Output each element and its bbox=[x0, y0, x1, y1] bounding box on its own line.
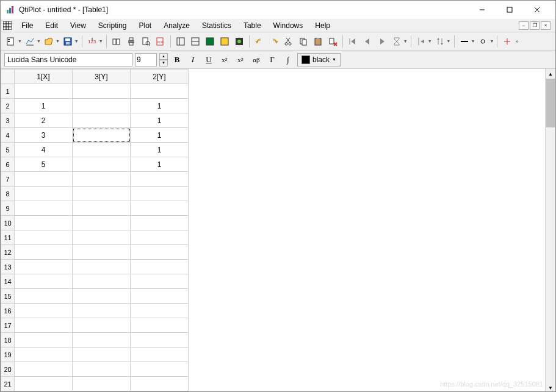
data-cell[interactable] bbox=[73, 113, 131, 128]
data-cell[interactable] bbox=[15, 201, 73, 216]
row-header[interactable]: 20 bbox=[1, 362, 15, 377]
menu-statistics[interactable]: Statistics bbox=[196, 20, 237, 31]
console-button[interactable] bbox=[218, 35, 231, 48]
data-cell[interactable] bbox=[73, 128, 131, 143]
swap-columns-button[interactable] bbox=[433, 35, 447, 48]
data-cell[interactable] bbox=[73, 362, 131, 377]
data-cell[interactable] bbox=[15, 260, 73, 274]
data-cell[interactable] bbox=[73, 143, 131, 157]
data-cell[interactable] bbox=[73, 216, 131, 230]
data-cell[interactable] bbox=[131, 304, 189, 318]
explorer-button[interactable] bbox=[174, 35, 187, 48]
data-cell[interactable] bbox=[15, 333, 73, 347]
prev-row-button[interactable] bbox=[361, 35, 374, 48]
row-header[interactable]: 3 bbox=[1, 113, 15, 128]
data-cell[interactable] bbox=[15, 245, 73, 260]
integral-button[interactable]: ∫ bbox=[281, 53, 295, 66]
data-cell[interactable] bbox=[73, 289, 131, 304]
data-cell[interactable] bbox=[15, 172, 73, 187]
data-cell[interactable]: 1 bbox=[131, 128, 189, 143]
add-col-dropdown-icon[interactable]: ▼ bbox=[99, 39, 103, 43]
data-cell[interactable] bbox=[131, 84, 189, 99]
column-header[interactable]: 3[Y] bbox=[73, 69, 131, 84]
data-cell[interactable] bbox=[15, 377, 73, 391]
row-header[interactable]: 19 bbox=[1, 347, 15, 362]
data-cell[interactable] bbox=[15, 84, 73, 99]
line-style-button[interactable] bbox=[458, 35, 471, 48]
move-dropdown-icon[interactable]: ▼ bbox=[428, 39, 432, 43]
data-cell[interactable] bbox=[131, 362, 189, 377]
size-up-button[interactable]: ▲ bbox=[159, 53, 168, 60]
print-button[interactable] bbox=[125, 35, 138, 48]
new-project-button[interactable] bbox=[4, 35, 18, 48]
row-header[interactable]: 11 bbox=[1, 230, 15, 245]
open-dropdown-icon[interactable]: ▼ bbox=[56, 39, 60, 43]
data-cell[interactable] bbox=[131, 172, 189, 187]
notes-button[interactable] bbox=[233, 35, 246, 48]
data-cell[interactable]: 4 bbox=[15, 143, 73, 157]
first-row-button[interactable] bbox=[346, 35, 359, 48]
corner-cell[interactable] bbox=[1, 69, 15, 84]
menu-windows[interactable]: Windows bbox=[267, 20, 309, 31]
row-header[interactable]: 4 bbox=[1, 128, 15, 143]
data-cell[interactable] bbox=[131, 216, 189, 230]
text-color-button[interactable]: black ▼ bbox=[297, 53, 341, 66]
data-cell[interactable] bbox=[73, 157, 131, 172]
row-header[interactable]: 1 bbox=[1, 84, 15, 99]
maximize-button[interactable] bbox=[496, 1, 523, 18]
data-cell[interactable] bbox=[15, 304, 73, 318]
data-cell[interactable] bbox=[73, 99, 131, 113]
save-dropdown-icon[interactable]: ▼ bbox=[74, 39, 79, 43]
data-cell[interactable] bbox=[131, 347, 189, 362]
swap-dropdown-icon[interactable]: ▼ bbox=[447, 39, 451, 43]
row-header[interactable]: 7 bbox=[1, 172, 15, 187]
symbol-button[interactable] bbox=[476, 35, 489, 48]
data-cell[interactable] bbox=[15, 216, 73, 230]
line-dropdown-icon[interactable]: ▼ bbox=[471, 39, 475, 43]
data-cell[interactable]: 2 bbox=[15, 113, 73, 128]
superscript-button[interactable]: x2 bbox=[218, 53, 231, 66]
data-cell[interactable] bbox=[131, 318, 189, 333]
cut-button[interactable] bbox=[282, 35, 295, 48]
subscript-button[interactable]: x2 bbox=[234, 53, 247, 66]
data-cell[interactable] bbox=[73, 172, 131, 187]
data-cell[interactable] bbox=[15, 362, 73, 377]
data-cell[interactable] bbox=[15, 289, 73, 304]
data-cell[interactable]: 1 bbox=[131, 113, 189, 128]
mdi-close-button[interactable]: × bbox=[541, 21, 551, 30]
scroll-up-button[interactable]: ▲ bbox=[546, 69, 555, 79]
data-cell[interactable] bbox=[131, 260, 189, 274]
data-cell[interactable] bbox=[73, 304, 131, 318]
greek-button[interactable]: αβ bbox=[250, 53, 263, 66]
data-cell[interactable] bbox=[73, 377, 131, 391]
data-cell[interactable]: 1 bbox=[15, 99, 73, 113]
menu-scripting[interactable]: Scripting bbox=[92, 20, 133, 31]
data-cell[interactable] bbox=[131, 245, 189, 260]
print-preview-button[interactable] bbox=[139, 35, 153, 48]
menu-file[interactable]: File bbox=[15, 20, 39, 31]
row-header[interactable]: 18 bbox=[1, 333, 15, 347]
add-column-button[interactable]: 123 bbox=[85, 35, 99, 48]
data-cell[interactable] bbox=[131, 377, 189, 391]
row-header[interactable]: 8 bbox=[1, 187, 15, 201]
data-cell[interactable] bbox=[15, 347, 73, 362]
minimize-button[interactable] bbox=[468, 1, 496, 18]
bold-button[interactable]: B bbox=[170, 53, 184, 66]
vertical-scrollbar[interactable]: ▲ ▼ bbox=[545, 69, 555, 392]
menu-table[interactable]: Table bbox=[237, 20, 267, 31]
row-header[interactable]: 21 bbox=[1, 377, 15, 391]
data-cell[interactable] bbox=[73, 347, 131, 362]
data-cell[interactable] bbox=[73, 230, 131, 245]
menu-view[interactable]: View bbox=[64, 20, 92, 31]
data-cell[interactable]: 1 bbox=[131, 157, 189, 172]
data-cell[interactable] bbox=[131, 289, 189, 304]
mdi-minimize-button[interactable]: – bbox=[519, 21, 529, 30]
graph-dropdown-icon[interactable]: ▼ bbox=[37, 39, 41, 43]
data-cell[interactable] bbox=[131, 201, 189, 216]
copy-button[interactable] bbox=[297, 35, 310, 48]
scroll-thumb[interactable] bbox=[546, 79, 555, 127]
italic-button[interactable]: I bbox=[186, 53, 200, 66]
data-cell[interactable] bbox=[73, 318, 131, 333]
data-cell[interactable] bbox=[131, 230, 189, 245]
row-header[interactable]: 9 bbox=[1, 201, 15, 216]
